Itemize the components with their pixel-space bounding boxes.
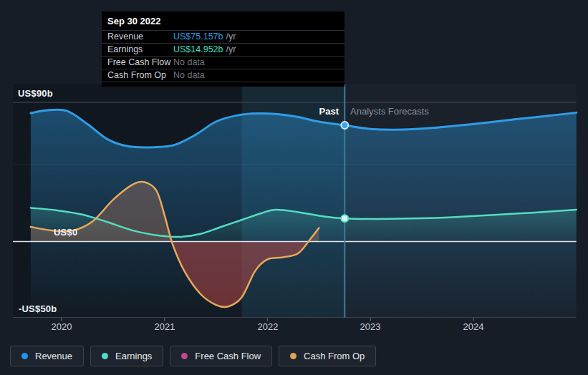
legend-item-label: Earnings [115, 351, 152, 361]
legend-item-cash-from-op[interactable]: Cash From Op [279, 346, 376, 366]
tooltip-value: No data [173, 57, 205, 69]
tooltip-value: US$14.952b [173, 44, 223, 56]
cash-from-op-series-dot-icon [290, 353, 297, 359]
tooltip-value: No data [173, 69, 205, 82]
past-section-label: Past [319, 106, 339, 117]
legend-item-free-cash-flow[interactable]: Free Cash Flow [170, 346, 272, 366]
chart-page: US$90b US$0 -US$50b 2020 2021 2022 2023 … [0, 0, 588, 375]
y-axis-label-90b: US$90b [18, 88, 53, 99]
revenue-series-dot-icon [21, 353, 28, 359]
tooltip-row-cash-from-op: Cash From Op No data [102, 69, 344, 82]
chart-tooltip: Sep 30 2022 Revenue US$75.157b /yr Earni… [102, 11, 344, 87]
tooltip-label: Free Cash Flow [107, 57, 173, 69]
x-axis-label-2022: 2022 [246, 321, 289, 332]
revenue-divider-marker[interactable] [341, 122, 348, 129]
earnings-series-dot-icon [102, 353, 108, 359]
tooltip-value-suffix: /yr [226, 44, 236, 56]
x-axis-label-2021: 2021 [143, 321, 186, 332]
chart-legend: Revenue Earnings Free Cash Flow Cash Fro… [10, 346, 376, 366]
x-axis-label-2020: 2020 [40, 321, 83, 332]
legend-item-revenue[interactable]: Revenue [10, 346, 84, 366]
tooltip-value: US$75.157b [173, 31, 223, 43]
x-axis-label-2023: 2023 [349, 321, 392, 332]
legend-item-label: Revenue [35, 351, 72, 361]
tooltip-label: Earnings [107, 44, 173, 56]
tooltip-row-free-cash-flow: Free Cash Flow No data [102, 56, 344, 69]
tooltip-label: Cash From Op [107, 69, 173, 82]
tooltip-value-suffix: /yr [226, 31, 236, 43]
legend-item-label: Free Cash Flow [195, 351, 261, 361]
tooltip-date-title: Sep 30 2022 [102, 11, 344, 30]
tooltip-row-revenue: Revenue US$75.157b /yr [102, 30, 344, 43]
free-cash-flow-series-dot-icon [181, 353, 188, 359]
earnings-divider-marker[interactable] [341, 215, 348, 222]
legend-item-earnings[interactable]: Earnings [90, 346, 163, 366]
analysts-forecasts-section-label: Analysts Forecasts [350, 106, 429, 117]
y-axis-label-neg50b: -US$50b [19, 303, 57, 314]
tooltip-label: Revenue [107, 31, 173, 43]
y-axis-label-0: US$0 [54, 227, 77, 238]
tooltip-row-earnings: Earnings US$14.952b /yr [102, 43, 344, 56]
x-axis-label-2024: 2024 [452, 321, 495, 332]
legend-item-label: Cash From Op [304, 351, 365, 361]
